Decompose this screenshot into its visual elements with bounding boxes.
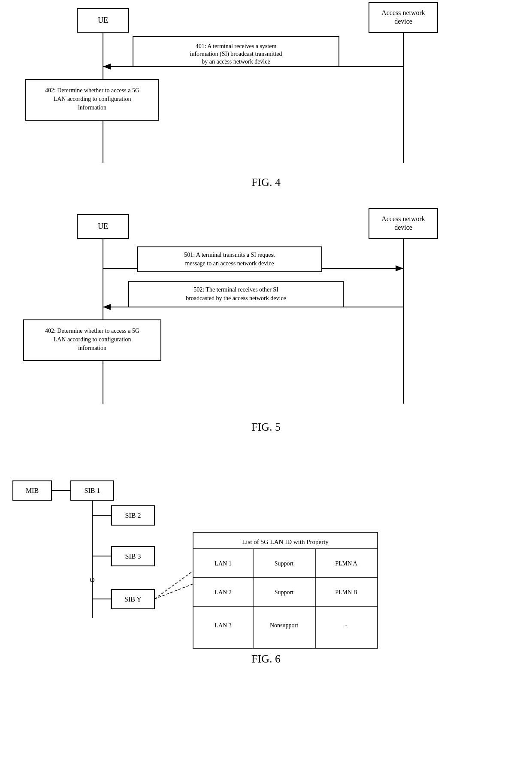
svg-text:LAN according to configuration: LAN according to configuration [54, 96, 131, 102]
fig5-diagram: UE Access network device 501: A terminal… [0, 206, 532, 447]
svg-marker-23 [103, 304, 111, 310]
fig5-and-label: Access network [381, 215, 425, 222]
fig4-ue-label: UE [98, 16, 108, 24]
fig6-siby-label: SIB Y [124, 596, 142, 603]
fig4-msg401-line1: 401: A terminal receives a system [196, 43, 277, 49]
fig6-label: FIG. 6 [0, 653, 532, 666]
svg-marker-19 [396, 265, 403, 271]
fig6-row3-col2: Nonsupport [270, 622, 298, 629]
fig6-row1-col1: LAN 1 [215, 560, 231, 567]
svg-line-39 [154, 571, 193, 599]
fig5-ue-label: UE [98, 222, 108, 231]
fig6-sib3-label: SIB 3 [125, 553, 141, 560]
svg-marker-6 [103, 64, 111, 70]
svg-rect-20 [137, 247, 322, 272]
fig6-row3-col1: LAN 3 [215, 622, 231, 629]
fig5-msg502-line1: 502: The terminal receives other SI [193, 286, 278, 293]
fig6-row1-col3: PLMN A [335, 560, 358, 567]
fig4-and-label: Access network [381, 9, 425, 16]
fig6-row2-col2: Support [275, 589, 293, 596]
fig6-row1-col2: Support [275, 560, 293, 567]
fig6-omega: ω [90, 575, 95, 584]
svg-text:device: device [394, 18, 412, 25]
fig4-label: FIG. 4 [0, 176, 532, 189]
fig6-row2-col1: LAN 2 [215, 589, 231, 596]
fig6-mib-label: MIB [26, 487, 39, 494]
svg-text:message to an access network d: message to an access network device [185, 260, 274, 267]
fig6-table-title: List of 5G LAN ID with Property [242, 538, 329, 545]
fig6-diagram: MIB SIB 1 SIB 2 SIB 3 ω SIB Y List of 5G… [0, 447, 532, 653]
svg-text:information: information [78, 345, 106, 351]
fig5-msg501-line1: 501: A terminal transmits a SI request [184, 252, 275, 258]
fig5-msg402-line1: 402: Determine whether to access a 5G [45, 328, 139, 334]
fig6-sib2-label: SIB 2 [125, 512, 141, 519]
fig5-label: FIG. 5 [0, 421, 532, 434]
svg-text:LAN according to configuration: LAN according to configuration [54, 336, 131, 343]
svg-text:by an access network device: by an access network device [202, 58, 270, 65]
svg-text:broadcasted by the access netw: broadcasted by the access network device [186, 295, 286, 301]
fig6-row2-col3: PLMN B [335, 589, 357, 596]
fig4-msg402-line1: 402: Determine whether to access a 5G [45, 87, 139, 94]
svg-rect-24 [129, 281, 343, 307]
svg-text:information (SI) broadcast tra: information (SI) broadcast transmitted [190, 51, 282, 58]
svg-text:information: information [78, 104, 106, 111]
svg-text:device: device [394, 224, 412, 231]
fig6-sib1-label: SIB 1 [85, 487, 100, 494]
fig4-diagram: UE Access network device 401: A terminal… [0, 0, 532, 206]
svg-line-40 [154, 584, 193, 599]
fig6-row3-col3: - [345, 622, 348, 629]
